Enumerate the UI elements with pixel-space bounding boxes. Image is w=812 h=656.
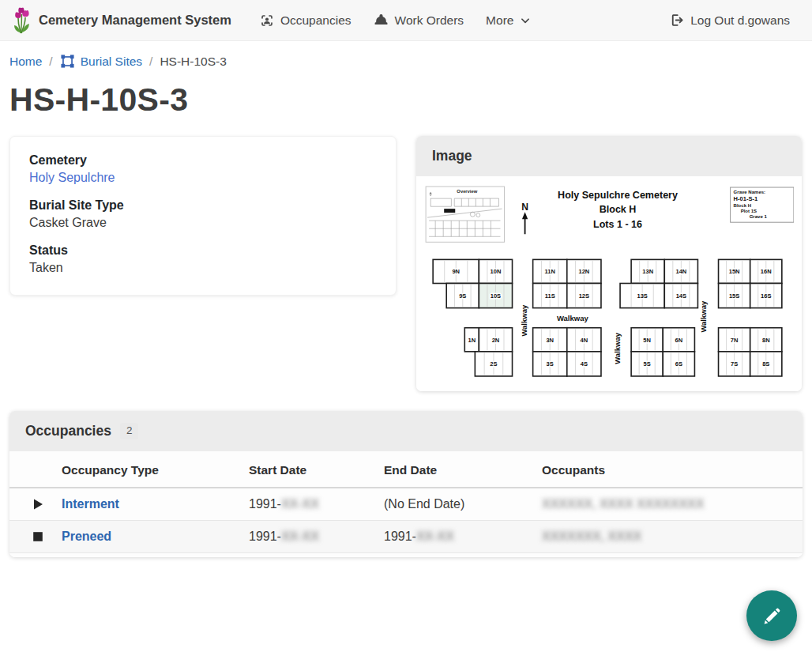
status-value: Taken xyxy=(29,261,377,275)
overview-current-block-marker xyxy=(444,209,455,213)
content-row: Cemetery Holy Sepulchre Burial Site Type… xyxy=(0,136,812,391)
tulips-logo-icon xyxy=(11,7,32,34)
map-plot-label: 4N xyxy=(581,337,588,344)
cemetery-label: Cemetery xyxy=(29,153,377,168)
occupants-cell: XXXXXXX, XXXX xyxy=(534,520,803,552)
map-title-line: Block H xyxy=(600,204,637,215)
nav-item-work-orders[interactable]: Work Orders xyxy=(363,0,476,41)
breadcrumb-separator: / xyxy=(49,55,52,69)
edit-fab-button[interactable] xyxy=(746,590,797,641)
occupancy-type-link[interactable]: Preneed xyxy=(62,530,111,543)
person-in-frame-icon xyxy=(260,13,274,28)
map-plot-label: 6S xyxy=(675,360,682,368)
occupancies-header: Occupancies 2 xyxy=(9,411,803,451)
plot-cells-layer: 9N10N9S10S11N12N11S12S13N14N13S14S15N16N… xyxy=(433,259,782,376)
redacted-text: XXXXXX, XXXX XXXXXXXX xyxy=(542,497,704,511)
plot-map-image: Overview N xyxy=(416,176,802,391)
map-plot-label: 11N xyxy=(545,268,555,275)
map-plot-label: 12S xyxy=(579,292,589,300)
breadcrumb-home-link[interactable]: Home xyxy=(9,55,42,69)
start-date-column-header: Start Date xyxy=(241,451,376,488)
breadcrumb-separator: / xyxy=(149,55,152,69)
legend-line: Block H xyxy=(734,203,751,208)
image-card: Image Overview xyxy=(416,136,802,391)
nav-item-label: Occupancies xyxy=(280,13,351,28)
breadcrumb-burial-sites-link[interactable]: Burial Sites xyxy=(60,54,142,69)
chevron-down-icon xyxy=(520,15,531,26)
map-plot-label: 4S xyxy=(581,360,588,368)
map-plot-label: 9N xyxy=(452,268,460,275)
overview-thumbnail: Overview xyxy=(426,187,504,242)
pencil-icon xyxy=(761,605,783,627)
legend-line: H-01-S-1 xyxy=(734,195,758,202)
redacted-text: XX-XX xyxy=(281,530,319,543)
image-card-title: Image xyxy=(432,148,472,164)
status-icon-column xyxy=(9,451,54,488)
map-plot-label: 10S xyxy=(491,292,501,300)
logout-button[interactable]: Log Out d.gowans xyxy=(658,0,801,41)
image-card-header: Image xyxy=(416,136,802,176)
table-row: Preneed 1991-XX-XX 1991-XX-XX XXXXXXX, X… xyxy=(9,520,803,552)
walkway-label: Walkway xyxy=(699,300,708,333)
map-plot-label: 8N xyxy=(762,337,770,344)
burial-site-type-value: Casket Grave xyxy=(29,216,377,230)
map-plot-label: 2N xyxy=(492,337,500,344)
end-date-cell: 1991-XX-XX xyxy=(376,520,534,552)
redacted-text: XXXXXXX, XXXX xyxy=(542,530,641,543)
legend-line: Grave 1 xyxy=(750,214,768,219)
navbar: Cemetery Management System Occupancies W… xyxy=(0,0,812,41)
map-plot-label: 16N xyxy=(761,268,772,275)
occupancy-status-cell xyxy=(9,488,54,520)
grave-names-legend: Grave Names: H-01-S-1 Block H Plot 1S Gr… xyxy=(731,187,794,222)
map-plot-label: 5S xyxy=(644,360,651,368)
start-date-cell: 1991-XX-XX xyxy=(241,520,376,552)
occupants-cell: XXXXXX, XXXX XXXXXXXX xyxy=(534,488,803,520)
app-brand[interactable]: Cemetery Management System xyxy=(11,7,231,34)
breadcrumb-burial-sites-label: Burial Sites xyxy=(81,55,142,69)
cemetery-link[interactable]: Holy Sepulchre xyxy=(29,171,115,184)
breadcrumb-current: HS-H-10S-3 xyxy=(160,55,226,69)
legend-line: Plot 1S xyxy=(741,209,757,213)
map-plot-label: 14N xyxy=(675,268,686,275)
start-date-cell: 1991-XX-XX xyxy=(241,488,376,520)
map-title-line: Holy Sepulchre Cemetery xyxy=(558,190,678,201)
end-date-column-header: End Date xyxy=(376,451,534,488)
occupancies-title: Occupancies xyxy=(25,423,111,439)
legend-line: Grave Names: xyxy=(734,190,765,194)
map-plot-label: 5N xyxy=(643,337,651,344)
occupants-column-header: Occupants xyxy=(534,451,803,488)
map-plot-label: 9S xyxy=(459,292,466,300)
map-plot-label: 14S xyxy=(676,292,686,300)
occupancies-count-badge: 2 xyxy=(120,423,139,439)
overview-label: Overview xyxy=(457,189,477,194)
nav-item-more[interactable]: More xyxy=(475,0,542,41)
map-plot-label: 11S xyxy=(545,292,555,300)
app-title: Cemetery Management System xyxy=(39,13,231,28)
occupancy-type-column-header: Occupancy Type xyxy=(54,451,241,488)
card-bottom-padding xyxy=(9,553,803,557)
map-plot-label: 15S xyxy=(729,292,739,300)
status-label: Status xyxy=(29,243,377,258)
map-plot-label: 13S xyxy=(637,292,647,300)
nav-item-label: More xyxy=(486,13,513,28)
walkway-label: Walkway xyxy=(613,332,622,364)
occupancy-type-link[interactable]: Interment xyxy=(62,497,119,511)
map-plot-label: 3S xyxy=(547,360,554,368)
table-row: Interment 1991-XX-XX (No End Date) XXXXX… xyxy=(9,488,803,520)
nav-item-occupancies[interactable]: Occupancies xyxy=(249,0,363,41)
map-plot-label: 15N xyxy=(729,268,740,275)
map-plot-label: 7S xyxy=(731,360,738,368)
breadcrumb: Home / Burial Sites / HS-H-10S-3 xyxy=(0,41,812,74)
occupancies-card: Occupancies 2 Occupancy Type Start Date … xyxy=(9,411,803,557)
map-title: Holy Sepulchre Cemetery Block H Lots 1 -… xyxy=(558,190,678,230)
burial-site-frame-icon xyxy=(60,54,75,69)
page-title: HS-H-10S-3 xyxy=(9,81,803,119)
logout-icon xyxy=(669,13,684,28)
north-label: N xyxy=(521,202,528,213)
map-plot-label: 6N xyxy=(675,337,683,344)
map-plot-label: 2S xyxy=(490,360,497,368)
table-header-row: Occupancy Type Start Date End Date Occup… xyxy=(9,451,803,488)
burial-site-type-label: Burial Site Type xyxy=(29,198,377,213)
burial-site-details-card: Cemetery Holy Sepulchre Burial Site Type… xyxy=(9,136,397,296)
map-plot-label: 1N xyxy=(468,337,476,344)
